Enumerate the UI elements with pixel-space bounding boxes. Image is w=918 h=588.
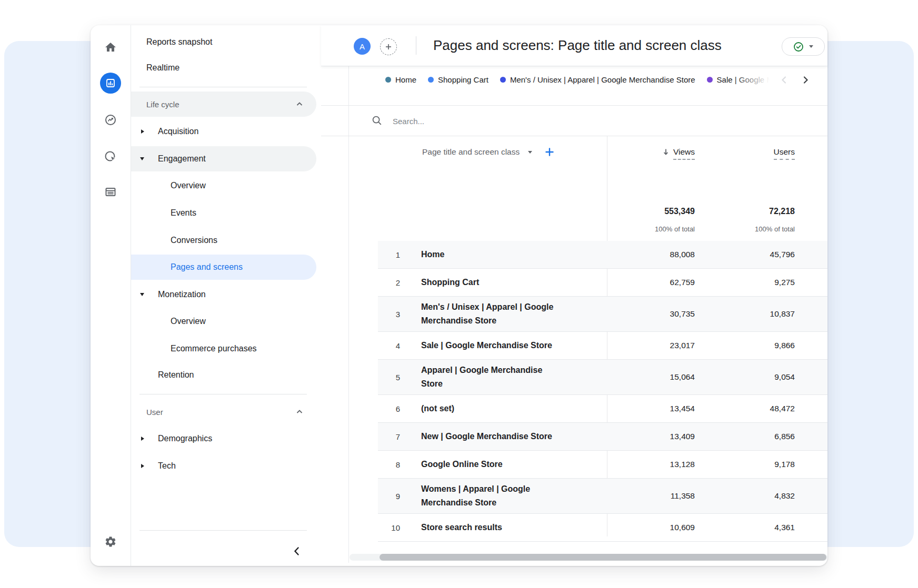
collapse-sidebar-icon[interactable] <box>291 545 303 557</box>
row-rank: 3 <box>378 310 400 319</box>
section-label: Life cycle <box>131 100 179 109</box>
sidebar-item-pages-and-screens-selected[interactable]: Pages and screens <box>131 255 316 280</box>
item-label: Pages and screens <box>131 262 243 272</box>
item-label: Tech <box>131 461 176 471</box>
row-views: 15,064 <box>616 372 695 382</box>
row-rank: 1 <box>378 250 400 259</box>
advertising-icon[interactable] <box>104 150 117 163</box>
page-title: Pages and screens: Page title and screen… <box>433 25 722 66</box>
sidebar-item-realtime[interactable]: Realtime <box>131 57 332 78</box>
main-area: A Pages and screens: Page title and scre… <box>321 25 827 566</box>
row-views: 10,609 <box>616 523 695 532</box>
row-rank: 4 <box>378 341 400 350</box>
sidebar-section-life-cycle[interactable]: Life cycle <box>131 92 316 117</box>
table-row: 2 Shopping Cart 62,759 9,275 <box>378 269 827 297</box>
legend-item: Men's / Unisex | Apparel | Google Mercha… <box>500 75 695 84</box>
row-views: 23,017 <box>616 341 695 350</box>
table-row: 7 New | Google Merchandise Store 13,409 … <box>378 423 827 451</box>
analytics-window: Reports snapshot Realtime Life cycle Acq… <box>91 25 827 566</box>
sidebar-item-reports-snapshot[interactable]: Reports snapshot <box>131 32 332 53</box>
row-views: 88,008 <box>616 250 695 259</box>
row-label: Men's / Unisex | Apparel | Google Mercha… <box>400 300 616 328</box>
users-total-share: 100% of total <box>755 225 795 233</box>
table-row: 10 Store search results 10,609 4,361 <box>378 514 827 542</box>
report-nav-sidebar: Reports snapshot Realtime Life cycle Acq… <box>131 25 321 566</box>
row-rank: 9 <box>378 492 400 501</box>
add-dimension-icon[interactable] <box>545 147 554 157</box>
search-icon <box>372 115 382 128</box>
row-users: 4,361 <box>695 523 795 532</box>
legend-item: Home <box>385 75 416 84</box>
sidebar-item-retention[interactable]: Retention <box>131 364 316 386</box>
row-views: 62,759 <box>616 278 695 287</box>
sidebar-item-demographics[interactable]: Demographics <box>131 428 316 449</box>
sort-desc-icon <box>662 148 670 156</box>
dimension-header-dropdown[interactable]: Page title and screen class <box>422 147 554 157</box>
row-views: 13,409 <box>616 432 695 441</box>
table-row: 4 Sale | Google Merchandise Store 23,017… <box>378 332 827 360</box>
table-search-row <box>321 105 827 136</box>
row-views: 13,128 <box>616 460 695 469</box>
legend-prev-icon[interactable] <box>778 74 791 86</box>
row-rank: 7 <box>378 432 400 441</box>
row-rank: 8 <box>378 460 400 469</box>
legend-dot <box>500 77 506 83</box>
data-quality-button[interactable] <box>782 37 825 56</box>
add-comparison-icon[interactable] <box>380 38 397 55</box>
views-column-header[interactable]: Views <box>662 147 695 160</box>
horizontal-scrollbar-thumb[interactable] <box>380 554 826 561</box>
sidebar-item-tech[interactable]: Tech <box>131 455 316 477</box>
legend-dot <box>707 77 713 83</box>
table-header: Page title and screen class Views Us <box>378 136 827 241</box>
row-label: New | Google Merchandise Store <box>400 430 616 443</box>
legend-item: Shopping Cart <box>428 75 488 84</box>
users-total: 72,218 <box>769 207 795 216</box>
verified-check-icon <box>793 42 804 52</box>
avatar[interactable]: A <box>354 38 371 55</box>
sidebar-divider <box>139 87 307 87</box>
table-row: 8 Google Online Store 13,128 9,178 <box>378 451 827 479</box>
settings-gear-icon[interactable] <box>104 535 117 548</box>
legend-item: Sale | Google Merchandise Store <box>707 75 770 84</box>
row-label: Apparel | Google Merchandise Store <box>400 363 616 391</box>
users-column-header[interactable]: Users <box>774 147 795 160</box>
expanded-triangle-icon <box>140 293 144 296</box>
table-row: 3 Men's / Unisex | Apparel | Google Merc… <box>378 297 827 332</box>
row-users: 9,866 <box>695 341 795 350</box>
sidebar-item-monetization[interactable]: Monetization <box>131 284 316 305</box>
sidebar-section-user[interactable]: User <box>131 401 316 422</box>
row-rank: 2 <box>378 278 400 287</box>
chevron-up-icon[interactable] <box>295 408 304 418</box>
row-label: Womens | Apparel | Google Merchandise St… <box>400 482 616 510</box>
users-header-label: Users <box>774 147 795 160</box>
table-body: 1 Home 88,008 45,796 2 Shopping Cart 62,… <box>378 241 827 542</box>
table-row: 1 Home 88,008 45,796 <box>378 241 827 269</box>
search-input[interactable] <box>392 113 762 129</box>
sidebar-item-acquisition[interactable]: Acquisition <box>131 121 316 142</box>
content-left-divider <box>348 66 349 563</box>
row-rank: 10 <box>378 523 400 532</box>
legend-label: Sale | Google Merchandise Store <box>717 75 770 84</box>
reports-icon[interactable] <box>100 73 121 94</box>
chart-legend-row: Home Shopping Cart Men's / Unisex | Appa… <box>321 66 827 106</box>
legend-next-icon[interactable] <box>799 74 812 86</box>
screen: Reports snapshot Realtime Life cycle Acq… <box>0 0 918 588</box>
row-label: Home <box>400 248 616 261</box>
row-users: 9,054 <box>695 372 795 382</box>
home-icon[interactable] <box>104 41 117 54</box>
header-divider <box>416 36 416 55</box>
views-total-share: 100% of total <box>655 225 695 233</box>
collapsed-triangle-icon <box>141 464 144 468</box>
report-header: A Pages and screens: Page title and scre… <box>321 25 827 66</box>
library-icon[interactable] <box>104 186 117 198</box>
sidebar-item-engagement[interactable]: Engagement <box>131 146 316 171</box>
row-views: 11,358 <box>616 491 695 501</box>
row-label: Shopping Cart <box>400 276 616 289</box>
explore-icon[interactable] <box>104 114 117 126</box>
row-label: Sale | Google Merchandise Store <box>400 339 616 352</box>
row-label: Store search results <box>400 521 616 534</box>
legend-label: Shopping Cart <box>438 75 488 84</box>
legend-dot <box>385 77 391 83</box>
chevron-up-icon[interactable] <box>295 100 304 110</box>
row-users: 10,837 <box>695 309 795 319</box>
